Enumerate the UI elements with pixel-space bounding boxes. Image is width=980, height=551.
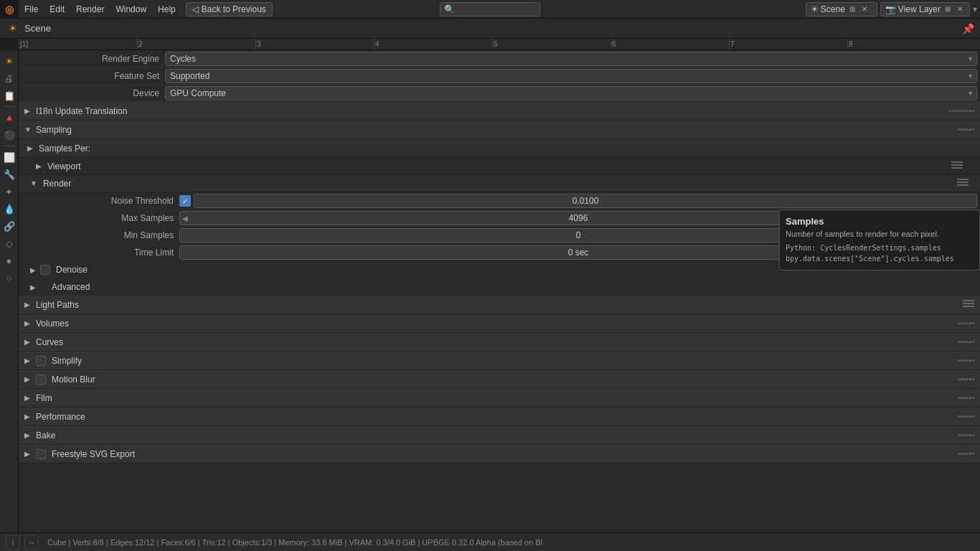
simplify-checkbox[interactable]	[36, 356, 46, 366]
sidebar-icon-object[interactable]: ⬜	[1, 149, 17, 165]
volumes-header[interactable]: ▶ Volumes	[19, 314, 980, 333]
max-samples-label: Max Samples	[22, 213, 179, 223]
sidebar-icon-scene[interactable]: 🔺	[1, 110, 17, 126]
min-samples-row: Min Samples 0	[19, 227, 980, 244]
viewlayer-selector[interactable]: 📷 View Layer ⊞ ✕	[880, 2, 970, 17]
viewport-list-icon	[951, 160, 963, 172]
film-dots	[958, 397, 974, 399]
film-header[interactable]: ▶ Film	[19, 389, 980, 408]
sidebar-icon-world[interactable]: ⚫	[1, 127, 17, 143]
top-menu-bar: ◎ File Edit Render Window Help ◁ Back to…	[0, 0, 980, 19]
sidebar-icon-shading[interactable]: ○	[1, 270, 17, 286]
viewport-sub-header[interactable]: ▶ Viewport	[19, 158, 980, 175]
freestyle-checkbox[interactable]	[36, 449, 46, 459]
sidebar-icon-modifier[interactable]: 🔧	[1, 166, 17, 182]
svg-rect-0	[951, 161, 963, 163]
simplify-header[interactable]: ▶ Simplify	[19, 352, 980, 370]
max-samples-right-arrow[interactable]: ▶	[966, 212, 976, 225]
status-icon-2[interactable]: ↔	[24, 535, 39, 550]
back-to-previous-button[interactable]: ◁ Back to Previous	[186, 2, 273, 17]
viewlayer-close-icon[interactable]: ✕	[955, 4, 965, 14]
freestyle-svg-header[interactable]: ▶ Freestyle SVG Export	[19, 445, 980, 463]
min-samples-field[interactable]: 0	[179, 228, 977, 242]
time-limit-row: Time Limit 0 sec	[19, 244, 980, 261]
render-engine-label: Render Engine	[22, 54, 165, 64]
motion-blur-arrow: ▶	[24, 375, 33, 383]
device-value[interactable]: GPU Compute ▾	[165, 86, 977, 100]
film-arrow: ▶	[24, 394, 33, 402]
i18n-section-header[interactable]: ▶ I18n Update Translation	[19, 102, 980, 121]
ruler-mark-8: 8	[847, 39, 853, 50]
sidebar-icon-particles[interactable]: ✦	[1, 184, 17, 199]
render-sub-header[interactable]: ▼ Render	[19, 175, 980, 192]
time-limit-field[interactable]: 0 sec	[179, 245, 977, 260]
performance-header[interactable]: ▶ Performance	[19, 408, 980, 426]
render-list-icon	[957, 177, 969, 189]
bake-header[interactable]: ▶ Bake	[19, 426, 980, 445]
sidebar-icon-material[interactable]: ●	[1, 253, 17, 268]
advanced-row[interactable]: ▶ Advanced	[19, 278, 980, 296]
advanced-arrow-icon: ▶	[30, 283, 36, 291]
viewlayer-new-icon[interactable]: ⊞	[943, 4, 953, 14]
advanced-label: Advanced	[52, 282, 90, 292]
status-icon-1[interactable]: i	[6, 535, 20, 550]
denoise-row[interactable]: ▶ Denoise	[19, 261, 980, 278]
sidebar-icon-viewlayer[interactable]: 📋	[1, 88, 17, 103]
motion-blur-checkbox[interactable]	[36, 375, 46, 385]
sidebar-icon-render[interactable]: ☀	[1, 53, 17, 69]
time-limit-value: 0 sec	[180, 248, 976, 258]
max-samples-left-arrow[interactable]: ◀	[180, 212, 190, 225]
content-area: Render Engine Cycles ▾ Feature Set Suppo…	[19, 50, 980, 532]
render-sub-label: Render	[43, 179, 71, 189]
sidebar-icon-constraints[interactable]: 🔗	[1, 218, 17, 234]
sidebar-icon-data[interactable]: ◇	[1, 235, 17, 251]
denoise-arrow-icon: ▶	[30, 266, 36, 274]
blender-logo[interactable]: ◎	[0, 0, 19, 19]
menu-window[interactable]: Window	[110, 0, 152, 18]
menu-render[interactable]: Render	[70, 0, 110, 18]
scene-icon: ☀	[811, 4, 819, 14]
motion-blur-dots	[958, 378, 974, 380]
feature-set-value[interactable]: Supported ▾	[165, 69, 977, 83]
noise-threshold-value[interactable]: 0.0100	[194, 194, 977, 208]
svg-rect-6	[963, 300, 974, 301]
denoise-checkbox[interactable]	[40, 265, 50, 275]
noise-threshold-checkbox[interactable]: ✓	[179, 195, 191, 207]
curves-header[interactable]: ▶ Curves	[19, 333, 980, 352]
sidebar-icon-output[interactable]: 🖨	[1, 70, 17, 86]
render-engine-arrow: ▾	[969, 55, 972, 62]
svg-rect-5	[957, 184, 969, 186]
samples-per-header[interactable]: ▶ Samples Per:	[19, 139, 980, 158]
max-samples-field[interactable]: ◀ 4096 ▶	[179, 211, 977, 225]
max-samples-row: Max Samples ◀ 4096 ▶ Samples Number of s…	[19, 209, 980, 227]
scene-selector[interactable]: ☀ Scene ⊞ ✕	[806, 2, 877, 17]
menu-edit[interactable]: Edit	[44, 0, 70, 18]
ruler-mark-2: 2	[137, 39, 143, 50]
performance-arrow: ▶	[24, 413, 33, 420]
scene-close-icon[interactable]: ✕	[859, 4, 870, 14]
light-paths-header[interactable]: ▶ Light Paths	[19, 296, 980, 314]
light-paths-arrow: ▶	[24, 301, 33, 309]
back-arrow-icon: ◁	[192, 4, 199, 14]
device-row: Device GPU Compute ▾	[19, 85, 980, 102]
pin-icon[interactable]: 📌	[962, 23, 974, 34]
scene-new-icon[interactable]: ⊞	[847, 4, 857, 14]
ruler-mark-7: 7	[729, 39, 735, 50]
render-engine-value[interactable]: Cycles ▾	[165, 52, 977, 66]
ruler-inner: [1] 2 3 4 5 6 7 8	[19, 39, 980, 50]
menu-help[interactable]: Help	[152, 0, 182, 18]
search-icon: 🔍	[444, 4, 455, 14]
freestyle-dots	[958, 453, 974, 455]
feature-set-label: Feature Set	[22, 71, 165, 81]
volumes-dots	[958, 322, 974, 324]
menu-file[interactable]: File	[19, 0, 44, 18]
sampling-section-header[interactable]: ▼ Sampling	[19, 121, 980, 139]
viewport-arrow-icon: ▶	[36, 162, 42, 170]
menu-items: File Edit Render Window Help	[19, 0, 182, 18]
sidebar-icon-physics[interactable]: 💧	[1, 201, 17, 217]
expand-icon[interactable]: ▾	[973, 4, 977, 14]
motion-blur-header[interactable]: ▶ Motion Blur	[19, 370, 980, 389]
ruler-mark-6: 6	[611, 39, 616, 50]
toolbar-row: ☀ Scene 📌	[0, 19, 980, 39]
search-input[interactable]	[440, 2, 540, 17]
